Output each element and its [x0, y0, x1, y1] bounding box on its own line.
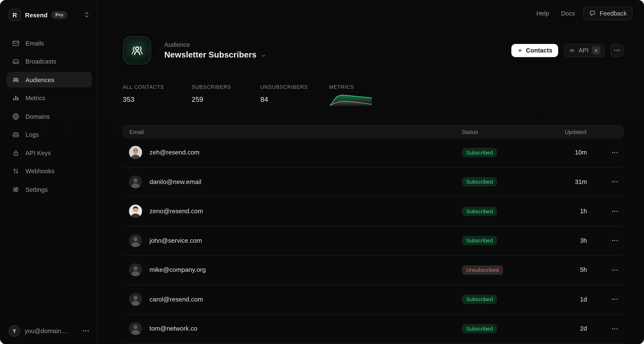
chevron-up-down-icon[interactable]	[83, 10, 90, 19]
sidebar-item-label: Webhooks	[26, 168, 54, 174]
sidebar-item-label: Broadcasts	[26, 58, 56, 65]
stat-label: METRICS	[329, 84, 398, 90]
column-header-email: Email	[129, 128, 462, 135]
sidebar-item-settings[interactable]: Settings	[6, 182, 92, 197]
column-header-updated: Updated	[562, 128, 586, 135]
contact-avatar-placeholder	[129, 234, 142, 247]
resend-logo-icon: R	[8, 8, 21, 21]
arrows-up-down-icon	[12, 167, 20, 175]
status-badge: Subscribed	[462, 294, 497, 304]
contact-avatar-placeholder	[129, 293, 142, 306]
inbox-icon	[12, 58, 20, 65]
add-contacts-button[interactable]: Contacts	[511, 44, 558, 57]
sidebar-item-emails[interactable]: Emails	[6, 35, 92, 51]
table-row[interactable]: carol@resend.com Subscribed 1d	[123, 285, 624, 314]
sliders-icon	[12, 186, 20, 193]
contact-email: zeno@resend.com	[150, 208, 203, 215]
contacts-table: Email Status Updated zeh@resend.com Subs…	[123, 125, 624, 344]
table-row[interactable]: danilo@new.email Subscribed 31m	[123, 167, 624, 197]
api-label: API	[579, 47, 589, 54]
sidebar-item-label: Settings	[26, 186, 48, 193]
row-menu-button[interactable]	[612, 299, 618, 300]
lock-icon	[12, 149, 20, 157]
sidebar-item-label: Emails	[26, 40, 44, 46]
stat-label: SUBSCRIBERS	[192, 84, 260, 90]
sidebar-item-webhooks[interactable]: Webhooks	[6, 163, 92, 179]
row-menu-button[interactable]	[612, 328, 618, 329]
sidebar-item-label: Audiences	[26, 76, 54, 83]
table-row[interactable]: tom@network.co Subscribed 2d	[123, 314, 624, 344]
contact-avatar-photo	[129, 205, 142, 218]
audience-switcher[interactable]: Newsletter Subscribers	[164, 50, 266, 60]
user-avatar: Y	[8, 325, 20, 336]
status-badge: Unsubscribed	[462, 265, 503, 275]
updated-time: 1h	[580, 208, 587, 214]
column-header-status: Status	[462, 128, 562, 135]
row-menu-button[interactable]	[612, 210, 618, 212]
help-link[interactable]: Help	[536, 10, 549, 16]
stat-label: UNSUBSCRIBERS	[260, 84, 329, 90]
row-menu-button[interactable]	[612, 152, 618, 153]
table-row[interactable]: zeno@resend.com Subscribed 1h	[123, 197, 624, 226]
sidebar-item-metrics[interactable]: Metrics	[6, 90, 92, 106]
status-badge: Subscribed	[462, 177, 497, 187]
brand-name: Resend	[25, 11, 48, 18]
status-badge: Subscribed	[462, 206, 497, 216]
sidebar-item-domains[interactable]: Domains	[6, 108, 92, 124]
contact-avatar-placeholder	[129, 264, 142, 277]
api-button[interactable]: API A	[564, 44, 604, 57]
status-badge: Subscribed	[462, 324, 497, 334]
globe-icon	[12, 112, 20, 120]
sidebar-nav: Emails Broadcasts Audiences Metrics Doma…	[0, 35, 97, 200]
sidebar-item-broadcasts[interactable]: Broadcasts	[6, 54, 92, 69]
metrics-sparkline	[329, 92, 372, 106]
table-row[interactable]: mike@company.org Unsubscribed 5h	[123, 256, 624, 285]
workspace-switcher[interactable]: R Resend Pro	[0, 0, 97, 26]
stat-value: 259	[192, 96, 260, 104]
contact-email: john@service.com	[150, 237, 202, 244]
sidebar-item-label: API Keys	[26, 149, 51, 156]
table-row[interactable]: zeh@resend.com Subscribed 10m	[123, 138, 624, 167]
topbar: Help Docs Feedback	[97, 0, 644, 26]
contact-email: zeh@resend.com	[150, 149, 200, 156]
ellipsis-icon[interactable]	[83, 330, 89, 332]
updated-time: 5h	[580, 266, 587, 273]
row-menu-button[interactable]	[612, 240, 618, 241]
feedback-label: Feedback	[600, 10, 627, 16]
bar-chart-icon	[12, 94, 20, 102]
status-badge: Subscribed	[462, 236, 497, 246]
contact-email: tom@network.co	[150, 325, 197, 332]
account-menu[interactable]: Y you@domain....	[0, 318, 97, 344]
row-menu-button[interactable]	[612, 269, 618, 270]
stat-value: 353	[123, 96, 192, 104]
code-icon	[569, 47, 576, 54]
table-row[interactable]: john@service.com Subscribed 3h	[123, 226, 624, 256]
speech-bubble-icon	[589, 10, 596, 16]
feedback-button[interactable]: Feedback	[583, 6, 632, 20]
sidebar-item-audiences[interactable]: Audiences	[6, 72, 92, 87]
sidebar-item-api-keys[interactable]: API Keys	[6, 145, 92, 160]
main-content: Help Docs Feedback Audience Newsletter S…	[97, 0, 644, 344]
contact-avatar-placeholder	[129, 175, 142, 188]
row-menu-button[interactable]	[612, 181, 618, 182]
contact-avatar-photo	[129, 146, 142, 159]
sidebar: R Resend Pro Emails Broadcasts Audiences	[0, 0, 97, 344]
sidebar-item-label: Logs	[26, 131, 39, 138]
sidebar-item-logs[interactable]: Logs	[6, 127, 92, 142]
add-contacts-label: Contacts	[526, 47, 552, 54]
table-header: Email Status Updated	[123, 125, 624, 138]
plus-icon	[517, 48, 523, 53]
more-options-button[interactable]	[610, 44, 624, 56]
docs-link[interactable]: Docs	[561, 10, 575, 16]
chevron-down-icon	[260, 53, 266, 58]
stat-unsubscribers: UNSUBSCRIBERS 84	[260, 84, 329, 106]
updated-time: 31m	[575, 178, 587, 185]
contact-avatar-placeholder	[129, 322, 142, 336]
stats-row: ALL CONTACTS 353 SUBSCRIBERS 259 UNSUBSC…	[123, 84, 624, 106]
envelope-icon	[12, 39, 20, 47]
status-badge: Subscribed	[462, 148, 497, 157]
stat-all-contacts: ALL CONTACTS 353	[123, 84, 192, 106]
page-title: Newsletter Subscribers	[164, 50, 256, 60]
plan-badge: Pro	[51, 11, 67, 19]
contact-email: carol@resend.com	[150, 296, 203, 303]
